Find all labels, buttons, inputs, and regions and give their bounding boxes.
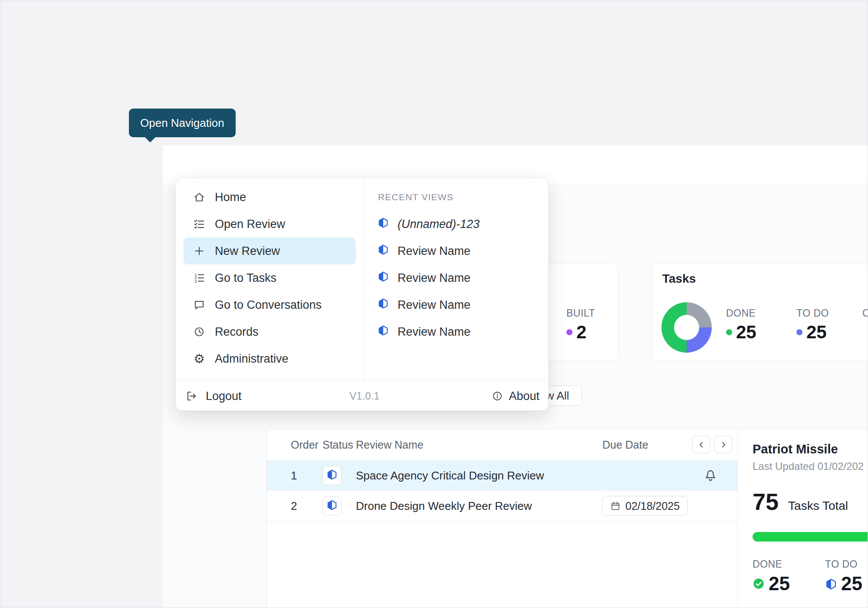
pagination-prev-button[interactable] [692,436,710,453]
tasks-clipped-label: C [862,307,868,319]
menu-item-label: Administrative [215,352,289,366]
svg-text:3: 3 [194,279,197,284]
tasks-total-value: 75 [753,488,779,515]
tooltip-label: Open Navigation [140,116,224,130]
open-navigation-tooltip: Open Navigation [129,109,236,137]
detail-done-label: DONE [753,558,790,570]
calendar-icon [610,501,621,511]
app-root: S Home BUILT 2 Tasks DONE 25 TO DO [0,0,868,608]
recent-view-item[interactable]: (Unnamed)-123 [364,211,548,238]
menu-item-new-review[interactable]: New Review [184,238,356,264]
detail-panel: Patriot Missile Last Updated 01/02/202 7… [737,429,868,608]
recent-view-label: Review Name [398,271,470,285]
chevron-left-icon [697,440,706,449]
tasks-todo-value: 25 [806,322,827,343]
column-header-review-name: Review Name [356,439,424,451]
reviews-table: Order Status Review Name Due Date 1 [267,429,737,608]
recent-view-item[interactable]: Review Name [364,318,548,345]
menu-item-label: Go to Conversations [215,298,322,312]
detail-done-value: 25 [769,573,790,595]
built-dot-icon [566,329,572,335]
about-label: About [509,390,539,403]
check-circle-icon [753,578,765,590]
detail-todo-label: TO DO [825,558,862,570]
tasks-done-stat: DONE 25 [726,307,756,343]
done-dot-icon [726,329,732,335]
menu-item-label: New Review [215,245,280,258]
recent-view-item[interactable]: Review Name [364,238,548,264]
menu-item-label: Home [215,191,246,204]
chevron-right-icon [719,440,728,449]
detail-last-updated: Last Updated 01/02/202 [753,460,868,473]
notification-bell-icon[interactable] [703,468,718,483]
tasks-todo-label: TO DO [796,307,829,319]
progress-bar [753,532,868,542]
history-icon [193,326,205,338]
detail-total: 75 Tasks Total [753,488,848,515]
menu-item-label: Go to Tasks [215,271,276,285]
menu-item-go-to-conversations[interactable]: Go to Conversations [184,291,356,318]
recent-views-heading: RECENT VIEWS [364,184,548,211]
hexagon-status-icon [378,298,389,312]
logout-label: Logout [206,390,242,403]
table-row[interactable]: 1 Space Agency Critical Design Review [267,460,737,491]
todo-dot-icon [796,329,802,335]
table-header-row: Order Status Review Name Due Date [267,429,737,460]
menu-item-label: Records [215,325,259,339]
tasks-clipped-stat: C [862,307,868,319]
row-order: 1 [291,469,297,482]
menu-item-home[interactable]: Home [184,184,356,211]
recent-view-label: (Unnamed)-123 [398,218,480,231]
recent-view-label: Review Name [398,325,470,339]
menu-footer: Logout V1.0.1 About [176,380,548,411]
about-button[interactable]: About [491,380,539,412]
info-icon [491,390,503,402]
detail-done-stat: DONE 25 [753,558,790,595]
menu-item-administrative[interactable]: ⚙ Administrative [184,345,356,372]
column-header-order: Order [291,439,319,451]
detail-todo-value: 25 [841,573,862,595]
menu-item-label: Open Review [215,218,285,231]
row-status-button[interactable] [322,496,342,515]
pagination-next-button[interactable] [714,436,732,453]
hexagon-status-icon [378,325,389,339]
gear-icon: ⚙ [193,353,205,365]
reviews-panel: Order Status Review Name Due Date 1 [266,429,868,608]
tasks-donut [661,302,712,353]
version-label: V1.0.1 [349,380,379,412]
tasks-done-value: 25 [736,322,756,343]
logout-button[interactable]: Logout [185,380,242,412]
detail-title: Patriot Missile [753,442,838,456]
hexagon-status-icon [825,573,837,595]
due-date-chip[interactable]: 02/18/2025 [602,496,688,516]
hexagon-status-icon [378,217,389,231]
tasks-card-title: Tasks [662,272,696,286]
recent-view-item[interactable]: Review Name [364,264,548,291]
row-status-button[interactable] [322,466,342,485]
recent-view-label: Review Name [398,298,470,312]
recent-view-label: Review Name [398,245,470,258]
menu-item-go-to-tasks[interactable]: 123 Go to Tasks [184,264,356,291]
navigation-menu: Home Open Review New Review 123 Go to Ta… [175,178,549,411]
hexagon-status-icon [326,469,338,482]
plus-icon [193,245,205,257]
progress-fill [753,532,868,542]
hexagon-status-icon [378,271,389,285]
built-stat-label: BUILT [566,307,595,319]
column-header-due-date: Due Date [602,439,648,451]
recent-view-item[interactable]: Review Name [364,291,548,318]
table-row[interactable]: 2 Drone Design Weekly Peer Review 02/18/… [267,491,737,521]
row-order: 2 [291,499,297,513]
menu-item-records[interactable]: Records [184,318,356,345]
detail-todo-stat: TO DO 25 [825,558,862,595]
row-review-name: Space Agency Critical Design Review [356,469,544,482]
recent-views-section: RECENT VIEWS (Unnamed)-123 Review Name R… [364,184,548,345]
tasks-done-label: DONE [726,307,756,319]
menu-item-open-review[interactable]: Open Review [184,211,356,238]
numbered-list-icon: 123 [193,272,205,284]
tooltip-tail [145,137,156,142]
menu-item-list: Home Open Review New Review 123 Go to Ta… [176,184,364,372]
hexagon-status-icon [378,244,389,258]
logout-icon [185,390,197,402]
tasks-card: Tasks DONE 25 TO DO 25 C [651,264,868,361]
